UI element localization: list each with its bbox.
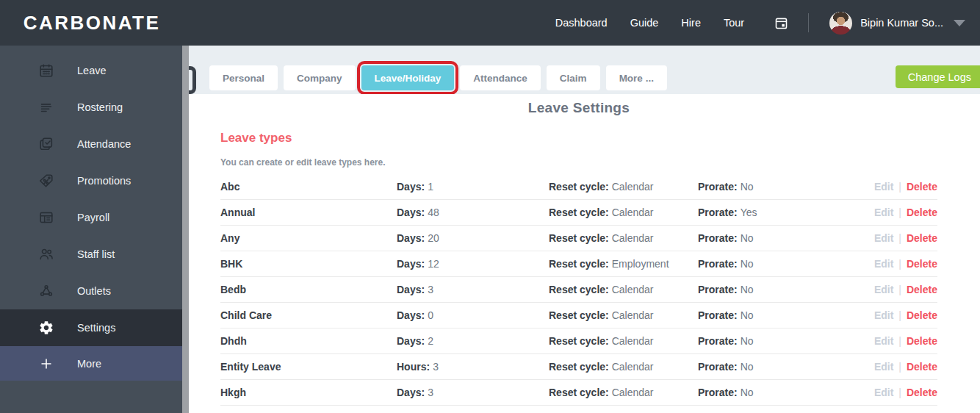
- payroll-icon: [38, 209, 54, 226]
- prorate-value: No: [741, 232, 754, 244]
- quantity-value: 3: [433, 361, 439, 373]
- sidebar-item-settings[interactable]: Settings: [0, 309, 182, 346]
- sidebar-scrollbar[interactable]: [182, 46, 189, 413]
- quantity-value: 3: [428, 387, 433, 398]
- reset-cycle-label: Reset cycle:: [549, 361, 609, 373]
- topnav-link-tour[interactable]: Tour: [724, 17, 744, 29]
- prorate-value: No: [741, 387, 754, 398]
- leave-type-name: Bedb: [220, 284, 397, 295]
- leave-type-prorate: Prorate:No: [698, 181, 874, 193]
- edit-link[interactable]: Edit: [874, 206, 893, 218]
- sidebar-item-staff-list[interactable]: Staff list: [0, 236, 182, 273]
- quantity-value: 0: [428, 309, 433, 321]
- sidebar: Leave Rostering Attendance Promotions Pa…: [0, 46, 182, 413]
- tab-label: Personal: [223, 73, 264, 84]
- edit-link[interactable]: Edit: [874, 258, 893, 270]
- leave-type-quantity: Days:12: [397, 258, 549, 270]
- leave-type-row: Abc Days:1 Reset cycle:Calendar Prorate:…: [220, 174, 937, 200]
- leave-type-row: Hkgh Days:3 Reset cycle:Calendar Prorate…: [220, 380, 937, 406]
- section-help-text: You can create or edit leave types here.: [220, 157, 937, 168]
- leave-type-prorate: Prorate:No: [698, 284, 874, 295]
- tab-label: More ...: [619, 73, 654, 84]
- sidebar-item-label: Staff list: [77, 248, 115, 260]
- topnav-link-guide[interactable]: Guide: [630, 17, 659, 29]
- delete-link[interactable]: Delete: [907, 206, 937, 218]
- edit-link[interactable]: Edit: [874, 387, 893, 398]
- tab-personal[interactable]: Personal: [209, 65, 278, 90]
- sidebar-item-more[interactable]: More: [0, 346, 182, 381]
- topnav-link-hire[interactable]: Hire: [681, 17, 701, 29]
- leave-type-prorate: Prorate:No: [698, 258, 874, 270]
- sidebar-item-label: More: [77, 358, 101, 370]
- action-divider: |: [898, 335, 901, 347]
- action-divider: |: [898, 206, 901, 218]
- row-actions: Edit | Delete: [874, 387, 937, 398]
- reset-cycle-label: Reset cycle:: [549, 206, 609, 218]
- tab-label: Leave/Holiday: [375, 73, 442, 84]
- tab-more[interactable]: More ...: [606, 65, 667, 90]
- leave-type-name: Annual: [220, 206, 397, 218]
- leave-type-name: Entity Leave: [220, 361, 397, 373]
- reset-cycle-label: Reset cycle:: [549, 309, 609, 321]
- sidebar-item-rostering[interactable]: Rostering: [0, 89, 182, 126]
- reset-cycle-label: Reset cycle:: [549, 181, 609, 193]
- leave-type-reset-cycle: Reset cycle:Calendar: [549, 181, 698, 193]
- prorate-value: No: [741, 258, 754, 270]
- leave-type-quantity: Days:3: [397, 284, 549, 295]
- topnav-link-dashboard[interactable]: Dashboard: [555, 17, 608, 29]
- edit-link[interactable]: Edit: [874, 284, 893, 295]
- sidebar-item-attendance[interactable]: Attendance: [0, 126, 182, 162]
- sidebar-item-label: Payroll: [77, 212, 109, 223]
- delete-link[interactable]: Delete: [907, 258, 937, 270]
- leave-type-prorate: Prorate:No: [698, 335, 874, 347]
- tab-claim[interactable]: Claim: [547, 65, 600, 90]
- tabs-bar: Personal Company Leave/Holiday Attendanc…: [189, 46, 980, 94]
- edit-link[interactable]: Edit: [874, 309, 893, 321]
- sidebar-item-payroll[interactable]: Payroll: [0, 199, 182, 236]
- edit-link[interactable]: Edit: [874, 181, 893, 193]
- leave-type-quantity: Days:2: [397, 335, 549, 347]
- leave-type-reset-cycle: Reset cycle:Employment: [549, 258, 698, 270]
- leave-type-prorate: Prorate:No: [698, 232, 874, 244]
- action-divider: |: [898, 232, 901, 244]
- leave-type-prorate: Prorate:No: [698, 387, 874, 398]
- edit-link[interactable]: Edit: [874, 361, 893, 373]
- leave-type-reset-cycle: Reset cycle:Calendar: [549, 361, 698, 373]
- prorate-label: Prorate:: [698, 361, 738, 373]
- quantity-label: Days:: [397, 387, 425, 398]
- tab-company[interactable]: Company: [284, 65, 356, 90]
- calendar-icon[interactable]: [774, 15, 789, 31]
- delete-link[interactable]: Delete: [907, 284, 937, 295]
- leave-type-quantity: Days:48: [397, 206, 549, 218]
- avatar[interactable]: [829, 12, 852, 35]
- prorate-label: Prorate:: [698, 284, 738, 295]
- section-title: Leave types: [220, 131, 937, 146]
- sidebar-item-outlets[interactable]: Outlets: [0, 273, 182, 309]
- delete-link[interactable]: Delete: [907, 361, 937, 373]
- row-actions: Edit | Delete: [874, 309, 937, 321]
- sidebar-item-label: Promotions: [77, 175, 131, 187]
- reset-cycle-label: Reset cycle:: [549, 387, 609, 398]
- leave-type-prorate: Prorate:No: [698, 309, 874, 321]
- user-name[interactable]: Bipin Kumar So...: [860, 17, 943, 29]
- edit-link[interactable]: Edit: [874, 335, 893, 347]
- quantity-value: 48: [428, 206, 439, 218]
- caret-down-icon[interactable]: [954, 20, 965, 26]
- tab-attendance[interactable]: Attendance: [460, 65, 541, 90]
- tab-leave-holiday[interactable]: Leave/Holiday: [361, 65, 455, 90]
- reset-cycle-value: Employment: [612, 258, 669, 270]
- quantity-label: Days:: [397, 335, 425, 347]
- sidebar-item-promotions[interactable]: Promotions: [0, 162, 182, 199]
- row-actions: Edit | Delete: [874, 361, 937, 373]
- edit-link[interactable]: Edit: [874, 232, 893, 244]
- change-logs-button[interactable]: Change Logs: [896, 65, 980, 88]
- delete-link[interactable]: Delete: [907, 335, 937, 347]
- delete-link[interactable]: Delete: [907, 309, 937, 321]
- delete-link[interactable]: Delete: [907, 232, 937, 244]
- delete-link[interactable]: Delete: [907, 387, 937, 398]
- reset-cycle-label: Reset cycle:: [549, 335, 609, 347]
- reset-cycle-value: Calendar: [612, 181, 654, 193]
- sidebar-item-leave[interactable]: Leave: [0, 52, 182, 89]
- delete-link[interactable]: Delete: [907, 181, 937, 193]
- action-divider: |: [898, 258, 901, 270]
